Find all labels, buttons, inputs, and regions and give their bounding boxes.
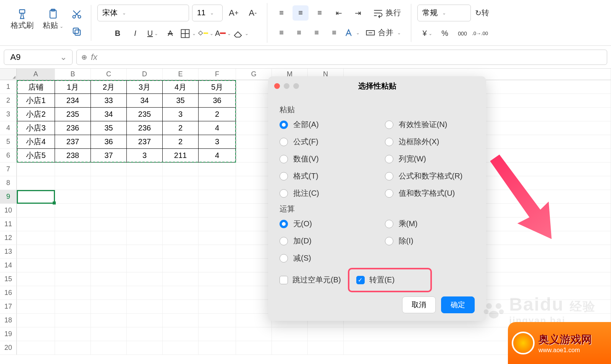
align-center-button[interactable]: ≡ — [291, 25, 307, 40]
row-header-7[interactable]: 7 — [0, 163, 17, 176]
cell[interactable] — [17, 259, 55, 272]
fill-color-button[interactable]: ⌄ — [197, 26, 213, 41]
cell[interactable] — [17, 314, 55, 327]
close-icon[interactable] — [274, 83, 280, 89]
cell[interactable] — [308, 327, 344, 341]
cell[interactable]: 35 — [163, 94, 199, 108]
cell[interactable] — [91, 314, 127, 327]
cell[interactable] — [55, 300, 91, 314]
cell[interactable]: 3 — [127, 149, 163, 163]
radio-option[interactable]: 批注(C) — [280, 188, 370, 198]
cell[interactable]: 4 — [199, 149, 236, 163]
cell[interactable] — [91, 286, 127, 300]
cell[interactable] — [17, 327, 55, 341]
cell[interactable] — [127, 300, 163, 314]
cell[interactable] — [17, 245, 55, 259]
cell[interactable] — [163, 217, 199, 231]
number-format-select[interactable]: 常规⌄ — [417, 5, 471, 21]
bold-button[interactable]: B — [110, 26, 126, 41]
column-header-E[interactable]: E — [163, 69, 199, 80]
cell[interactable] — [163, 204, 199, 217]
cell[interactable] — [127, 190, 163, 204]
clear-format-button[interactable]: ⌄ — [233, 26, 249, 41]
radio-option[interactable]: 公式(F) — [280, 137, 370, 147]
cell[interactable]: 2 — [199, 108, 236, 121]
align-middle-button[interactable]: ≡ — [293, 5, 309, 21]
row-header-8[interactable]: 8 — [0, 176, 17, 190]
cell[interactable]: 235 — [127, 108, 163, 121]
cell[interactable] — [127, 217, 163, 231]
borders-button[interactable]: ⌄ — [180, 26, 196, 41]
comma-button[interactable]: 000 — [454, 26, 470, 41]
row-header-6[interactable]: 6 — [0, 149, 17, 163]
row-header-11[interactable]: 11 — [0, 217, 17, 231]
cell[interactable] — [199, 204, 236, 217]
cell[interactable] — [17, 272, 55, 286]
cell[interactable] — [236, 272, 272, 286]
cell[interactable]: 237 — [55, 135, 91, 149]
cell[interactable] — [199, 341, 236, 355]
row-header-19[interactable]: 19 — [0, 327, 17, 341]
cell[interactable] — [236, 204, 272, 217]
justify-button[interactable]: ≡ — [326, 25, 342, 40]
font-name-select[interactable]: 宋体⌄ — [97, 5, 189, 21]
cell[interactable]: 4月 — [163, 80, 199, 94]
cell[interactable] — [199, 245, 236, 259]
align-top-button[interactable]: ≡ — [273, 5, 289, 21]
cell[interactable]: 店铺 — [17, 80, 55, 94]
cell[interactable] — [55, 231, 91, 245]
cell[interactable] — [91, 272, 127, 286]
cell[interactable]: 236 — [127, 121, 163, 135]
cell[interactable] — [127, 231, 163, 245]
radio-option[interactable]: 边框除外(X) — [385, 137, 475, 147]
row-header-13[interactable]: 13 — [0, 245, 17, 259]
cell[interactable] — [236, 190, 272, 204]
cell[interactable]: 235 — [55, 108, 91, 121]
cell[interactable] — [236, 259, 272, 272]
cell[interactable] — [163, 272, 199, 286]
ok-button[interactable]: 确定 — [441, 296, 475, 313]
cell[interactable] — [236, 286, 272, 300]
font-color-button[interactable]: A⌄ — [215, 26, 231, 41]
cell[interactable] — [163, 190, 199, 204]
cell[interactable] — [91, 217, 127, 231]
cell[interactable] — [91, 190, 127, 204]
column-header-A[interactable]: A — [17, 69, 55, 80]
cell[interactable] — [17, 286, 55, 300]
cell[interactable] — [91, 231, 127, 245]
cell[interactable] — [272, 341, 308, 355]
column-header-D[interactable]: D — [127, 69, 163, 80]
cell[interactable] — [199, 190, 236, 204]
formula-input[interactable]: ⊕ fx — [76, 50, 607, 65]
cell[interactable] — [163, 259, 199, 272]
radio-option[interactable]: 加(D) — [280, 236, 370, 246]
cell[interactable] — [236, 176, 272, 190]
name-box[interactable]: A9 — [4, 50, 73, 65]
cell[interactable] — [55, 217, 91, 231]
row-header-4[interactable]: 4 — [0, 121, 17, 135]
cell[interactable]: 34 — [127, 94, 163, 108]
cell[interactable] — [55, 259, 91, 272]
cell[interactable] — [163, 327, 199, 341]
cell[interactable]: 3 — [199, 135, 236, 149]
cell[interactable] — [236, 245, 272, 259]
cell[interactable] — [127, 272, 163, 286]
cell[interactable]: 小店4 — [17, 135, 55, 149]
cell[interactable]: 211 — [163, 149, 199, 163]
cell[interactable] — [17, 204, 55, 217]
cell[interactable] — [91, 259, 127, 272]
decrease-indent-button[interactable]: ⇤ — [331, 5, 347, 21]
row-header-1[interactable]: 1 — [0, 80, 17, 94]
cell[interactable] — [163, 314, 199, 327]
cell[interactable] — [236, 108, 272, 121]
row-header-15[interactable]: 15 — [0, 272, 17, 286]
font-size-select[interactable]: 11⌄ — [192, 5, 223, 21]
cell[interactable] — [236, 300, 272, 314]
strikethrough-button[interactable]: A — [162, 26, 178, 41]
cell[interactable] — [55, 272, 91, 286]
cell[interactable] — [236, 94, 272, 108]
cell[interactable] — [17, 190, 55, 204]
cell[interactable] — [236, 341, 272, 355]
cell[interactable] — [55, 163, 91, 176]
merge-button[interactable]: 合并⌄ — [361, 25, 405, 40]
